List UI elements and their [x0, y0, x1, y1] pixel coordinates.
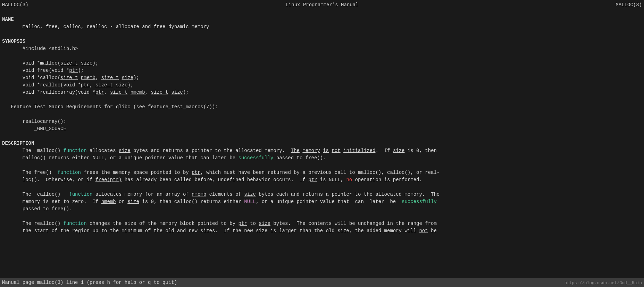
status-bar: Manual page malloc(3) line 1 (press h fo… [0, 278, 644, 287]
desc-malloc1: The malloc() function allocates size byt… [2, 147, 642, 154]
desc-calloc1: The calloc() function allocates memory f… [2, 191, 642, 198]
header-left: MALLOC(3) [2, 2, 28, 8]
blank5 [2, 111, 642, 118]
desc-calloc2: memory is set to zero. If nmemb or size … [2, 198, 642, 205]
desc-realloc2: the start of the region up to the minimu… [2, 227, 642, 235]
name-content: malloc, free, calloc, realloc - allocate… [2, 23, 642, 31]
blank8 [2, 184, 642, 191]
desc-realloc1: The realloc() function changes the size … [2, 220, 642, 227]
func4: void *realloc(void *ptr, size_t size); [2, 82, 642, 89]
func3: void *calloc(size_t nmemb, size_t size); [2, 74, 642, 82]
func5: void *reallocarray(void *ptr, size_t nme… [2, 89, 642, 96]
desc-free2: loc(). Otherwise, or if free(ptr) has al… [2, 176, 642, 184]
func2: void free(void *ptr); [2, 67, 642, 74]
blank7 [2, 162, 642, 169]
name-label: NAME [2, 16, 642, 23]
synopsis-label: SYNOPSIS [2, 38, 642, 45]
synopsis-include: #include <stdlib.h> [2, 45, 642, 52]
description-label: DESCRIPTION [2, 140, 642, 147]
func1: void *malloc(size_t size); [2, 60, 642, 67]
header-center: Linux Programmer's Manual [285, 1, 358, 9]
header-right: MALLOC(3) [616, 1, 642, 9]
header-line: MALLOC(3)Linux Programmer's ManualMALLOC… [2, 1, 642, 9]
feature-test: Feature Test Macro Requirements for glib… [2, 103, 642, 111]
blank6 [2, 133, 642, 140]
desc-free1: The free() function frees the memory spa… [2, 169, 642, 176]
blank1 [2, 9, 642, 16]
desc-malloc2: malloc() returns either NULL, or a uniqu… [2, 154, 642, 162]
status-text: Manual page malloc(3) line 1 (press h fo… [2, 280, 177, 285]
blank9 [2, 213, 642, 220]
blank2 [2, 31, 642, 38]
blank3 [2, 52, 642, 60]
terminal: MALLOC(3)Linux Programmer's ManualMALLOC… [0, 0, 644, 287]
desc-calloc3: passed to free(). [2, 205, 642, 213]
gnu-source: _GNU_SOURCE [2, 125, 642, 133]
blank4 [2, 96, 642, 103]
url-text: https://blog.csdn.net/God__Rain [564, 280, 642, 286]
reallocarray-label: reallocarray(): [2, 118, 642, 125]
